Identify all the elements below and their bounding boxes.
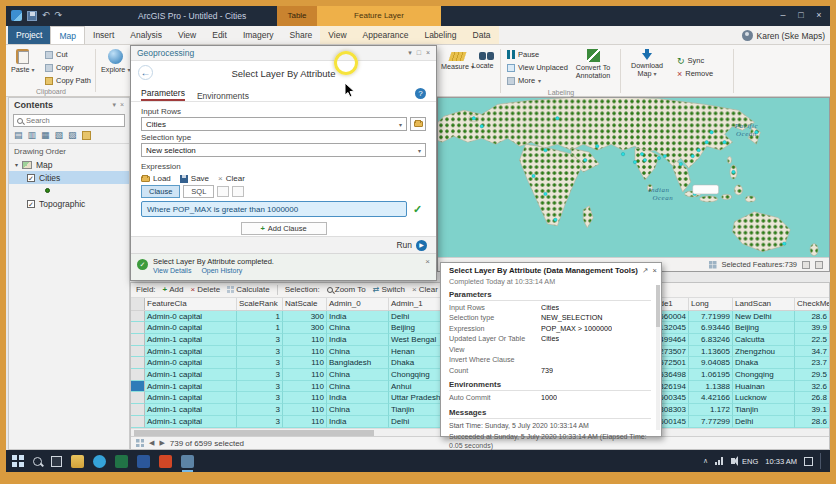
map-notification-icon[interactable] [815, 261, 823, 269]
selection-list-icon[interactable] [709, 261, 717, 269]
remove-button[interactable]: ×Remove [674, 67, 730, 80]
pause-labeling-button[interactable]: Pause [504, 48, 566, 61]
row-selector[interactable] [131, 369, 145, 381]
contextual-tab[interactable]: Data [465, 26, 499, 44]
load-expression-button[interactable]: Load [141, 174, 171, 183]
contents-search-box[interactable] [13, 114, 125, 127]
browse-button[interactable] [410, 117, 426, 131]
cities-symbol-row[interactable] [9, 184, 129, 197]
dismiss-message-icon[interactable]: × [425, 257, 430, 277]
clear-selection-icon[interactable] [802, 261, 810, 269]
ribbon-tab[interactable]: Project [8, 26, 50, 44]
save-expression-button[interactable]: Save [180, 174, 209, 183]
back-button[interactable]: ← [138, 65, 153, 80]
clause-mode-button[interactable]: Clause [141, 185, 180, 198]
maximize-button[interactable]: □ [792, 6, 810, 26]
locate-button[interactable]: Locate [470, 47, 496, 72]
paste-button[interactable]: Paste ▾ [9, 47, 36, 76]
network-icon[interactable] [715, 457, 724, 465]
sync-button[interactable]: ↻Sync [674, 54, 730, 67]
ribbon-tab[interactable]: Share [282, 26, 321, 44]
row-selector[interactable] [131, 416, 145, 428]
pane-close-icon[interactable]: × [426, 49, 430, 57]
cut-button[interactable]: Cut [42, 48, 94, 61]
tab-environments[interactable]: Environments [197, 91, 249, 101]
view-details-link[interactable]: View Details [153, 267, 191, 274]
tree-item-cities[interactable]: ✓ Cities [9, 171, 129, 184]
ribbon-tab[interactable]: Analysis [122, 26, 170, 44]
contents-view-icon[interactable]: ▨ [68, 130, 77, 140]
minimize-button[interactable]: – [774, 6, 792, 26]
ribbon-tab[interactable]: Insert [85, 26, 122, 44]
speaker-icon[interactable] [731, 458, 735, 464]
zoom-to-button[interactable]: Zoom To [327, 285, 366, 294]
collapse-arrow-icon[interactable]: ▾ [15, 161, 18, 168]
tray-expand-icon[interactable]: ∧ [703, 457, 708, 465]
contents-view-icon[interactable]: ▤ [14, 130, 23, 140]
scrollbar-thumb[interactable] [656, 285, 660, 327]
taskbar-app-icon[interactable] [137, 455, 150, 468]
row-selector[interactable] [131, 392, 145, 404]
taskbar-app-icon[interactable] [71, 455, 84, 468]
taskbar-app-icon[interactable] [115, 455, 128, 468]
contextual-tab[interactable]: Labeling [416, 26, 464, 44]
clock[interactable]: 10:33 AM [765, 457, 797, 466]
contextual-group-table[interactable]: Table [277, 6, 317, 26]
close-results-icon[interactable]: × [653, 266, 657, 275]
contents-view-icon[interactable]: ▧ [55, 130, 64, 140]
contents-view-icon[interactable]: ▦ [41, 130, 50, 140]
user-account[interactable]: Karen (Ske Maps) [742, 26, 826, 45]
tree-item-topographic[interactable]: ✓ Topographic [9, 197, 129, 210]
next-record-icon[interactable]: ▶ [159, 439, 164, 447]
selection-type-combo[interactable]: New selection ▾ [141, 143, 426, 157]
more-labeling-button[interactable]: More ▾ [504, 74, 566, 87]
select-all-corner[interactable] [131, 298, 145, 310]
task-view-icon[interactable] [51, 456, 62, 467]
clause-tool-icon[interactable] [217, 186, 229, 197]
row-selector[interactable] [131, 346, 145, 358]
copy-path-button[interactable]: Copy Path [42, 74, 94, 87]
where-clause[interactable]: Where POP_MAX is greater than 1000000 [141, 201, 407, 217]
column-header[interactable]: LandScan [733, 298, 795, 310]
taskbar-search-icon[interactable] [33, 457, 42, 466]
ribbon-tab[interactable]: Edit [204, 26, 235, 44]
clause-tool-icon[interactable] [232, 186, 244, 197]
column-header[interactable]: NatScale [283, 298, 327, 310]
parameters-section-header[interactable]: Parameters [449, 290, 651, 301]
search-input[interactable] [26, 116, 121, 125]
cities-checkbox[interactable]: ✓ [27, 174, 35, 182]
contextual-tab[interactable]: View [320, 26, 354, 44]
explore-button[interactable]: Explore ▾ [99, 47, 132, 76]
undo-icon[interactable]: ↶ [42, 10, 50, 21]
row-selector[interactable] [131, 311, 145, 323]
contents-view-icon[interactable]: ▥ [28, 130, 37, 140]
notification-center-icon[interactable] [804, 457, 813, 466]
scrollbar-thumb[interactable] [134, 430, 374, 436]
column-header[interactable]: Admin_0 [327, 298, 389, 310]
ribbon-tab[interactable]: Imagery [235, 26, 282, 44]
download-map-button[interactable]: Download Map ▾ [624, 47, 670, 81]
run-button[interactable]: Run ▶ [396, 240, 427, 251]
close-button[interactable]: × [810, 6, 828, 26]
map-view[interactable]: Pacific Ocean Indian Ocean Selected Feat… [437, 97, 830, 272]
delete-field-button[interactable]: ×Delete [190, 285, 220, 294]
column-header[interactable]: ScaleRank [237, 298, 283, 310]
contents-options-icon[interactable] [82, 131, 91, 140]
pane-menu-icon[interactable]: ▾ [408, 49, 412, 57]
open-in-window-icon[interactable]: ↗ [642, 266, 648, 275]
pane-menu-icon[interactable]: ▾ [112, 101, 116, 109]
pane-close-icon[interactable]: × [120, 101, 124, 109]
pane-pin-icon[interactable]: □ [417, 49, 421, 57]
environments-section-header[interactable]: Environments [449, 380, 651, 391]
start-button-icon[interactable] [12, 455, 24, 467]
tree-item-map[interactable]: ▾ Map [9, 158, 129, 171]
add-field-button[interactable]: +Add [163, 285, 184, 294]
clear-selection-button[interactable]: ×Clear [412, 285, 438, 294]
row-selector[interactable] [131, 357, 145, 369]
row-selector[interactable] [131, 322, 145, 334]
convert-to-annotation-button[interactable]: Convert To Annotation [568, 47, 618, 83]
contextual-tab[interactable]: Appearance [355, 26, 417, 44]
messages-section-header[interactable]: Messages [449, 408, 651, 419]
row-selector[interactable] [131, 381, 145, 393]
calculate-button[interactable]: Calculate [227, 285, 269, 294]
